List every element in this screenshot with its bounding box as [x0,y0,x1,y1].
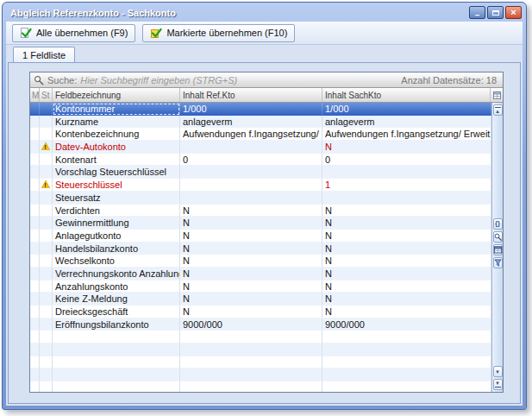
tab-feldliste[interactable]: 1 Feldliste [13,47,75,62]
grid-row[interactable]: Eröffnungsbilanzkonto9000/0009000/000 [30,318,491,331]
cell-field[interactable]: Steuersatz [53,192,180,205]
cell-status[interactable] [40,268,53,280]
cell-field[interactable]: Wechselkonto [53,255,180,268]
grid-row[interactable]: HandelsbilanzkontoNN [30,243,491,255]
cell-marker[interactable] [30,243,40,255]
cell-status[interactable] [40,154,53,167]
cell-sach[interactable]: N [322,230,491,243]
cell-sach[interactable]: 9000/000 [322,318,491,331]
cell-status[interactable] [40,217,53,230]
cell-sach[interactable]: 1 [322,179,491,192]
cell-field[interactable]: Kontenart [53,154,180,167]
cell-sach[interactable]: N [322,293,491,306]
cell-ref[interactable] [180,179,322,192]
cell-sach[interactable]: N [322,255,491,268]
search-tool-button[interactable] [493,231,503,243]
cell-status[interactable] [40,103,53,116]
cell-field[interactable]: Vorschlag Steuerschlüssel [53,166,180,179]
grid-row[interactable]: AnlagegutkontoNN [30,230,491,243]
cell-ref[interactable]: 9000/000 [180,318,322,331]
cell-field[interactable]: Anlagegutkonto [53,230,180,243]
cell-ref[interactable]: anlageverm [180,116,322,129]
cell-field[interactable]: Keine Z-Meldung [53,293,180,306]
grid-row[interactable]: !Datev-AutokontoN [30,141,491,154]
cell-status[interactable] [40,293,53,306]
cell-field[interactable]: Verdichten [53,205,180,217]
cell-marker[interactable] [30,141,40,154]
grid-row[interactable]: Steuersatz [30,192,491,205]
cell-field[interactable]: Datev-Autokonto [53,141,180,154]
cell-marker[interactable] [30,116,40,129]
cell-ref[interactable] [180,141,322,154]
cell-sach[interactable]: N [322,280,491,293]
cell-sach[interactable]: N [322,141,491,154]
cell-status[interactable] [40,116,53,129]
cell-status[interactable] [40,318,53,331]
cell-status[interactable] [40,128,53,141]
grid-row[interactable]: WechselkontoNN [30,255,491,268]
cell-status[interactable] [40,243,53,255]
cell-ref[interactable] [180,192,322,205]
cell-status[interactable] [40,205,53,217]
grid-row[interactable]: Vorschlag Steuerschlüssel [30,166,491,179]
column-header-field[interactable]: Feldbezeichnung [53,88,180,102]
cell-marker[interactable] [30,255,40,268]
apply-all-button[interactable]: Alle übernehmen (F9) [12,24,135,42]
vertical-scrollbar[interactable]: ▲ {} [491,103,503,392]
apply-marked-button[interactable]: Markierte übernehmen (F10) [142,24,295,42]
close-button[interactable]: × [505,6,522,19]
cell-sach[interactable]: N [322,306,491,318]
grid-row[interactable]: Kontenart00 [30,154,491,167]
grid-row[interactable]: Verrechnungskonto AnzahlungNN [30,268,491,280]
minimize-button[interactable]: – [469,6,485,19]
cell-status[interactable]: ! [40,179,53,192]
grid-row[interactable]: GewinnermittlungNN [30,217,491,230]
maximize-button[interactable] [487,6,504,19]
grid-row[interactable]: KontenbezeichnungAufwendungen f.Ingangse… [30,128,491,141]
grid-row[interactable]: VerdichtenNN [30,205,491,217]
cell-sach[interactable]: N [322,217,491,230]
cell-ref[interactable]: N [180,205,322,217]
cell-status[interactable] [40,166,53,179]
scroll-to-bottom-button[interactable]: ▼ [493,379,503,390]
column-header-ref[interactable]: Inhalt Ref.Kto [180,88,322,102]
cell-status[interactable] [40,280,53,293]
cell-marker[interactable] [30,293,40,306]
cell-marker[interactable] [30,318,40,331]
grid-row[interactable]: Keine Z-MeldungNN [30,293,491,306]
cell-marker[interactable] [30,192,40,205]
cell-sach[interactable]: N [322,205,491,217]
grid-row[interactable]: !Steuerschlüssel1 [30,179,491,192]
cell-status[interactable] [40,230,53,243]
cell-field[interactable]: Dreiecksgeschäft [53,306,180,318]
cell-status[interactable] [40,192,53,205]
cell-sach[interactable] [322,192,491,205]
cell-ref[interactable]: N [180,306,322,318]
cell-sach[interactable]: 1/000 [322,103,491,116]
cell-marker[interactable] [30,166,40,179]
cell-marker[interactable] [30,179,40,192]
title-bar[interactable]: Abgleich Referenzkonto - Sachkonto – × [3,3,526,22]
grid-row[interactable]: Kurznameanlagevermanlageverm [30,116,491,129]
cell-ref[interactable]: 1/000 [180,103,322,116]
scroll-to-top-button[interactable]: ▲ [493,104,503,116]
cell-status[interactable] [40,255,53,268]
cell-marker[interactable] [30,280,40,293]
cell-status[interactable] [40,306,53,318]
scroll-down-button[interactable]: ▼ [493,366,503,377]
column-customize-button[interactable] [491,88,503,102]
cell-ref[interactable]: N [180,280,322,293]
cell-marker[interactable] [30,230,40,243]
cell-ref[interactable]: N [180,230,322,243]
cell-ref[interactable]: N [180,217,322,230]
cell-sach[interactable]: anlageverm [322,116,491,129]
search-input[interactable] [80,75,397,85]
cell-field[interactable]: Kontenbezeichnung [53,128,180,141]
cell-ref[interactable]: N [180,293,322,306]
cell-field[interactable]: Steuerschlüssel [53,179,180,192]
cell-field[interactable]: Eröffnungsbilanzkonto [53,318,180,331]
cell-ref[interactable]: Aufwendungen f.Ingangsetzung/ Erweit.d.G… [180,128,322,141]
cell-marker[interactable] [30,205,40,217]
cell-field[interactable]: Kontonummer [53,103,180,116]
cell-sach[interactable]: N [322,268,491,280]
